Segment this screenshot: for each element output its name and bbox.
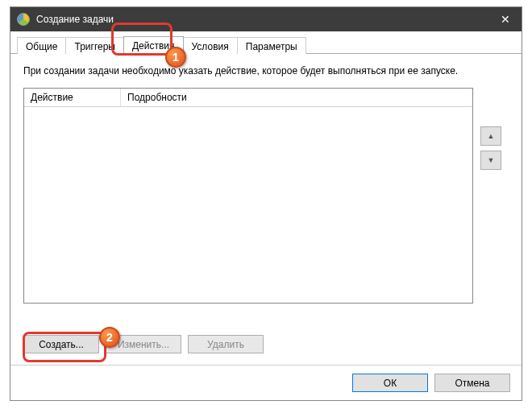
tab-label: Условия: [192, 41, 229, 52]
ok-button[interactable]: ОК: [352, 374, 428, 392]
close-button[interactable]: ✕: [489, 7, 522, 31]
tab-triggers[interactable]: Триггеры: [65, 37, 124, 54]
tab-general[interactable]: Общие: [17, 37, 66, 54]
window-title: Создание задачи: [36, 14, 489, 25]
tab-actions[interactable]: Действия: [123, 36, 184, 54]
button-label: Отмена: [455, 378, 489, 389]
actions-table[interactable]: Действие Подробности: [23, 88, 473, 304]
tab-settings[interactable]: Параметры: [237, 37, 306, 54]
button-label: Изменить...: [118, 339, 169, 350]
tab-label: Триггеры: [74, 41, 115, 52]
titlebar: Создание задачи ✕: [10, 7, 522, 31]
edit-button: Изменить...: [106, 335, 181, 353]
column-action[interactable]: Действие: [24, 89, 121, 106]
move-up-button[interactable]: ▲: [480, 126, 501, 146]
task-scheduler-icon: [17, 13, 30, 26]
close-icon: ✕: [501, 13, 510, 26]
button-label: ОК: [384, 378, 397, 389]
action-buttons-row: Создать... Изменить... Удалить: [23, 335, 509, 353]
tab-conditions[interactable]: Условия: [183, 37, 238, 54]
cancel-button[interactable]: Отмена: [434, 374, 510, 392]
create-task-dialog: Создание задачи ✕ Общие Триггеры Действи…: [10, 6, 522, 401]
description-text: При создании задачи необходимо указать д…: [23, 65, 509, 76]
delete-button: Удалить: [188, 335, 264, 353]
actions-table-area: Действие Подробности ▲ ▼: [23, 88, 509, 327]
tab-content: При создании задачи необходимо указать д…: [10, 54, 522, 365]
button-label: Создать...: [39, 339, 84, 350]
column-details[interactable]: Подробности: [121, 89, 472, 106]
reorder-buttons: ▲ ▼: [473, 88, 509, 327]
tab-label: Общие: [26, 41, 57, 52]
caret-up-icon: ▲: [488, 132, 495, 140]
tab-label: Действия: [132, 40, 175, 52]
create-button[interactable]: Создать...: [23, 335, 99, 353]
move-down-button[interactable]: ▼: [480, 151, 501, 170]
caret-down-icon: ▼: [488, 156, 495, 164]
table-header: Действие Подробности: [24, 89, 472, 107]
tab-strip: Общие Триггеры Действия Условия Параметр…: [10, 31, 522, 54]
button-label: Удалить: [207, 339, 244, 350]
tab-label: Параметры: [246, 41, 297, 52]
table-body[interactable]: [24, 107, 472, 303]
dialog-footer: ОК Отмена: [10, 365, 522, 400]
